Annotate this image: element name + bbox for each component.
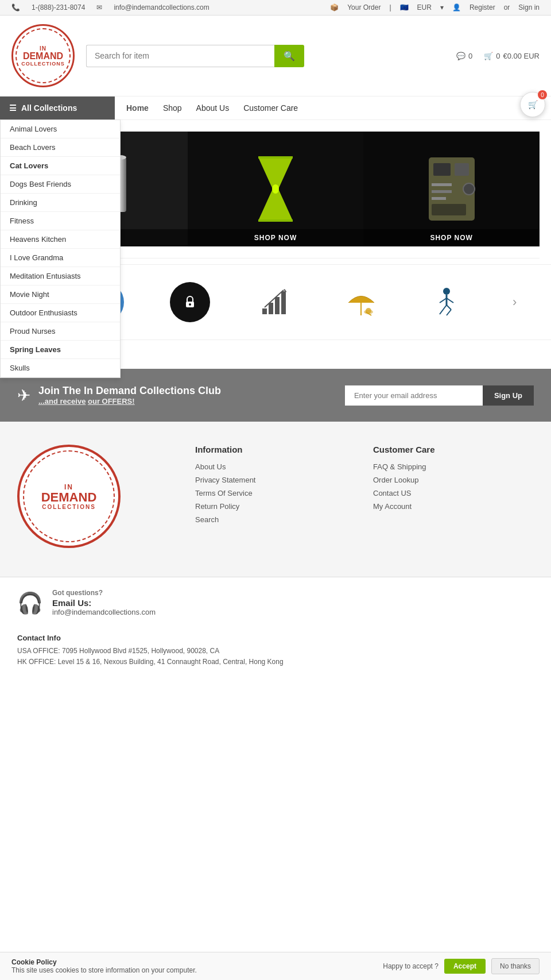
footer: IN DEMAND COLLECTIONS Information About … — [0, 422, 551, 577]
person-icon: 👤 — [452, 3, 461, 11]
your-order-link[interactable]: Your Order — [347, 3, 381, 11]
all-collections-label: All Collections — [21, 103, 77, 113]
newsletter-left: ✈ Join The In Demand Collections Club ..… — [17, 385, 221, 406]
shop-now-label-3: SHOP NOW — [363, 229, 540, 246]
flag-icon: 🇪🇺 — [400, 3, 409, 11]
nav-customer-care[interactable]: Customer Care — [243, 97, 298, 119]
collection-spring-leaves[interactable]: Spring Leaves — [1, 341, 120, 359]
footer-logo-collections: COLLECTIONS — [42, 504, 96, 510]
divider-bar: | — [389, 3, 391, 11]
footer-return[interactable]: Return Policy — [195, 502, 356, 511]
top-bar-right: 📦 Your Order | 🇪🇺 EUR ▾ 👤 Register or Si… — [330, 3, 540, 11]
logo-demand: DEMAND — [23, 52, 63, 61]
register-link[interactable]: Register — [469, 3, 495, 11]
svg-rect-30 — [281, 291, 286, 314]
floating-cart[interactable]: 🛒 0 — [520, 92, 545, 117]
nav-shop[interactable]: Shop — [163, 97, 182, 119]
header: IN DEMAND COLLECTIONS 🔍 💬 0 🛒 0 €0.00 EU… — [0, 16, 551, 97]
footer-information-title: Information — [195, 445, 356, 454]
floating-cart-badge: 0 — [538, 90, 547, 99]
top-bar: 📞 1-(888)-231-8074 ✉ info@indemandcollec… — [0, 0, 551, 16]
footer-faq[interactable]: FAQ & Shipping — [373, 462, 534, 471]
product-card-2[interactable]: SHOP NOW — [188, 132, 364, 246]
cart-total: €0.00 EUR — [503, 52, 540, 60]
nav-about[interactable]: About Us — [196, 97, 230, 119]
floating-cart-icon: 🛒 — [528, 100, 538, 109]
search-input[interactable] — [86, 45, 274, 67]
headphone-icon: 🎧 — [17, 591, 43, 615]
search-bar: 🔍 — [86, 45, 304, 67]
all-collections-button[interactable]: ☰ All Collections — [0, 97, 115, 119]
search-button[interactable]: 🔍 — [274, 45, 304, 67]
footer-logo[interactable]: IN DEMAND COLLECTIONS — [17, 445, 121, 548]
svg-rect-14 — [455, 163, 469, 176]
collection-heavens-kitchen[interactable]: Heavens Kitchen — [1, 230, 120, 249]
svg-line-40 — [440, 305, 447, 314]
cart-icon: 🛒 — [484, 52, 493, 60]
wishlist-icon-wrapper[interactable]: 💬 0 — [456, 52, 472, 60]
collection-drinking[interactable]: Drinking — [1, 194, 120, 212]
collection-i-love-grandma[interactable]: I Love Grandma — [1, 249, 120, 267]
contact-email-link[interactable]: info@indemandcollections.com — [52, 608, 156, 616]
signin-link[interactable]: Sign in — [518, 3, 540, 11]
feature-icon-lock — [170, 282, 210, 322]
footer-logo-demand: DEMAND — [41, 491, 97, 504]
footer-search[interactable]: Search — [195, 515, 356, 524]
collection-fitness[interactable]: Fitness — [1, 212, 120, 230]
collection-movie-night[interactable]: Movie Night — [1, 285, 120, 304]
svg-point-26 — [189, 303, 191, 306]
newsletter-title: Join The In Demand Collections Club — [38, 385, 221, 397]
footer-grid: IN DEMAND COLLECTIONS Information About … — [17, 445, 534, 548]
logo-in: IN — [40, 45, 46, 52]
contact-section: 🎧 Got questions? Email Us: info@indemand… — [0, 577, 551, 628]
footer-privacy[interactable]: Privacy Statement — [195, 476, 356, 484]
wishlist-count: 0 — [468, 52, 472, 60]
collection-cat-lovers[interactable]: Cat Lovers — [1, 157, 120, 175]
cart-wrapper[interactable]: 🛒 0 €0.00 EUR — [484, 52, 540, 60]
footer-my-account[interactable]: My Account — [373, 502, 534, 511]
newsletter-offer: our OFFERS! — [88, 397, 135, 406]
contact-info-hk: HK OFFICE: Level 15 & 16, Nexous Buildin… — [17, 657, 534, 668]
collection-outdoor[interactable]: Outdoor Enthusiasts — [1, 304, 120, 322]
footer-customer-care-title: Customer Care — [373, 445, 534, 454]
svg-point-11 — [272, 184, 279, 194]
newsletter-email-input[interactable] — [345, 385, 483, 406]
chat-icon: 💬 — [456, 52, 465, 60]
contact-text: Got questions? Email Us: info@indemandco… — [52, 589, 156, 616]
svg-rect-18 — [432, 197, 446, 200]
footer-logo-col: IN DEMAND COLLECTIONS — [17, 445, 178, 548]
product-card-3[interactable]: SHOP NOW — [363, 132, 540, 246]
feature-icon-person — [427, 282, 467, 322]
footer-contact-us[interactable]: Contact US — [373, 489, 534, 497]
order-icon: 📦 — [330, 3, 339, 11]
contact-info-title: Contact Info — [17, 634, 534, 642]
logo[interactable]: IN DEMAND COLLECTIONS — [11, 24, 75, 87]
logo-collections: COLLECTIONS — [21, 61, 65, 67]
collection-animal-lovers[interactable]: Animal Lovers — [1, 120, 120, 138]
collection-proud-nurses[interactable]: Proud Nurses — [1, 322, 120, 341]
newsletter-signup-button[interactable]: Sign Up — [483, 385, 534, 406]
feature-icon-chart — [255, 282, 296, 322]
nav-home[interactable]: Home — [126, 97, 149, 119]
newsletter-subtitle: ...and receive our OFFERS! — [38, 397, 221, 406]
nav-links: Home Shop About Us Customer Care — [115, 97, 309, 119]
svg-line-38 — [440, 298, 447, 303]
email-link[interactable]: info@indemandcollections.com — [114, 3, 209, 11]
footer-customer-care-col: Customer Care FAQ & Shipping Order Looku… — [373, 445, 534, 548]
footer-order-lookup[interactable]: Order Lookup — [373, 476, 534, 484]
icons-next-button[interactable]: › — [513, 295, 517, 310]
logo-wrapper[interactable]: IN DEMAND COLLECTIONS — [11, 24, 75, 87]
svg-point-15 — [463, 183, 475, 195]
collection-dogs-best-friends[interactable]: Dogs Best Friends — [1, 175, 120, 194]
phone-icon: 📞 — [11, 3, 20, 11]
menu-icon: ☰ — [9, 103, 17, 113]
collection-meditation[interactable]: Meditation Entusiasts — [1, 267, 120, 285]
footer-about-us[interactable]: About Us — [195, 462, 356, 471]
collection-skulls[interactable]: Skulls — [1, 359, 120, 377]
navigation: ☰ All Collections Home Shop About Us Cus… — [0, 97, 551, 120]
collection-beach-lovers[interactable]: Beach Lovers — [1, 138, 120, 157]
footer-terms[interactable]: Terms Of Service — [195, 489, 356, 497]
svg-line-41 — [447, 305, 451, 310]
phone-number: 1-(888)-231-8074 — [32, 3, 85, 11]
feature-icon-umbrella — [341, 282, 381, 322]
